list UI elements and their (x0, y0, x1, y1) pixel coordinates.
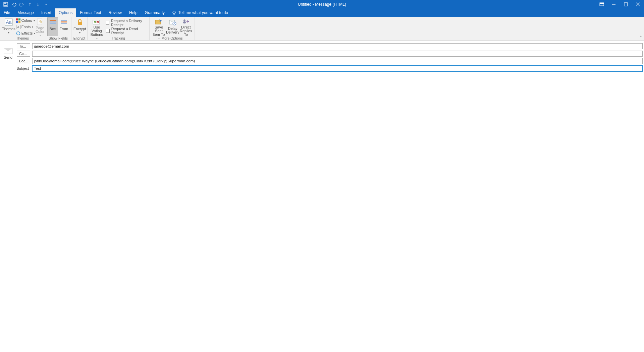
group-label-encrypt: Encrypt (71, 36, 87, 40)
svg-rect-12 (18, 18, 20, 20)
page-color-icon (35, 18, 45, 25)
redo-icon[interactable] (18, 1, 25, 8)
customize-qat-icon[interactable]: ▾ (42, 1, 50, 8)
subject-field[interactable]: Test (32, 65, 643, 71)
fonts-button[interactable]: A Fonts▾ (16, 24, 35, 30)
lightbulb-icon (172, 10, 176, 15)
fonts-icon: A (16, 25, 20, 29)
send-label: Send (4, 55, 12, 59)
message-body[interactable] (1, 72, 643, 351)
svg-point-15 (16, 32, 20, 35)
group-encrypt: Encrypt ▾ Encrypt (71, 17, 88, 40)
cc-field[interactable] (32, 51, 643, 57)
prev-item-icon[interactable] (26, 1, 34, 8)
tell-me-search[interactable]: Tell me what you want to do (168, 8, 231, 17)
themes-label: Themes (2, 27, 15, 31)
send-button[interactable]: Send (1, 44, 15, 63)
bcc-field[interactable]: johnDoe@email.com; Bruce Wayne (Bruce@Ba… (32, 58, 643, 64)
window-controls (596, 0, 644, 8)
chevron-down-icon: ▾ (8, 31, 9, 35)
svg-text:Aa: Aa (6, 19, 11, 25)
delivery-receipt-checkbox[interactable]: Request a Delivery Receipt (106, 19, 147, 26)
svg-rect-13 (16, 21, 18, 23)
svg-rect-8 (173, 14, 174, 15)
colors-button[interactable]: Colors▾ (16, 17, 35, 23)
maximize-icon[interactable] (620, 0, 632, 8)
cc-button[interactable]: Cc... (17, 51, 30, 57)
bcc-icon (48, 18, 57, 26)
to-button[interactable]: To... (17, 43, 30, 49)
tab-options[interactable]: Options (55, 8, 76, 17)
effects-button[interactable]: Effects▾ (16, 30, 35, 36)
ribbon-tab-strip: File Message Insert Options Format Text … (0, 8, 644, 17)
svg-rect-27 (155, 20, 161, 24)
from-button[interactable]: From (59, 17, 69, 36)
voting-button[interactable]: Use Voting Buttons ▾ (90, 17, 104, 36)
direct-replies-icon (181, 18, 191, 25)
svg-rect-31 (183, 21, 186, 23)
group-tracking: Use Voting Buttons ▾ Request a Delivery … (88, 17, 150, 40)
tab-format-text[interactable]: Format Text (76, 8, 105, 17)
tab-review[interactable]: Review (105, 8, 125, 17)
subject-label: Subject (17, 65, 30, 71)
save-sent-icon (154, 18, 163, 25)
group-show-fields: Bcc From Show Fields (45, 17, 71, 40)
save-icon[interactable] (2, 1, 9, 8)
undo-icon[interactable] (10, 1, 17, 8)
group-label-show-fields: Show Fields (45, 36, 71, 40)
encrypt-button[interactable]: Encrypt ▾ (73, 17, 86, 36)
themes-icon: Aa (4, 18, 13, 26)
checkbox-icon (106, 29, 110, 33)
send-icon (4, 48, 12, 54)
tab-insert[interactable]: Insert (38, 8, 55, 17)
svg-rect-14 (18, 21, 20, 23)
text-cursor (41, 66, 41, 71)
title-bar: ▾ Untitled - Message (HTML) (0, 0, 644, 8)
delay-delivery-icon (168, 18, 177, 26)
themes-button[interactable]: Aa Themes ▾ (2, 17, 15, 36)
tab-message[interactable]: Message (14, 8, 38, 17)
save-sent-button[interactable]: Save Sent Item To ▾ (152, 17, 166, 36)
svg-rect-11 (16, 18, 18, 20)
bcc-button[interactable]: Bcc (47, 17, 58, 36)
group-label-themes: Themes (0, 36, 45, 40)
svg-rect-21 (61, 21, 67, 22)
lock-icon (75, 18, 85, 26)
effects-icon (16, 31, 20, 36)
svg-point-7 (173, 11, 175, 14)
svg-rect-19 (50, 23, 56, 24)
to-field[interactable]: janedoe@email.com (32, 43, 643, 49)
svg-rect-6 (624, 3, 628, 6)
svg-rect-22 (61, 23, 67, 24)
svg-rect-23 (78, 22, 82, 25)
svg-rect-2 (4, 5, 7, 6)
direct-replies-button[interactable]: Direct Replies To (179, 17, 193, 36)
collapse-ribbon-icon[interactable]: ˄ (640, 35, 642, 40)
tab-grammarly[interactable]: Grammarly (141, 8, 168, 17)
group-themes: Aa Themes ▾ Colors▾ A Fonts▾ Effects▾ (0, 17, 45, 40)
tab-file[interactable]: File (0, 8, 14, 17)
window-title: Untitled - Message (HTML) (298, 2, 346, 7)
voting-icon (92, 18, 101, 25)
read-receipt-checkbox[interactable]: Request a Read Receipt (106, 27, 147, 34)
svg-point-30 (183, 19, 185, 21)
minimize-icon[interactable] (608, 0, 620, 8)
bcc-button[interactable]: Bcc... (17, 58, 30, 64)
group-label-more-options: More Options (150, 36, 195, 40)
checkbox-icon (106, 21, 109, 25)
ribbon-display-icon[interactable] (596, 0, 608, 8)
tell-me-label: Tell me what you want to do (178, 10, 228, 15)
colors-icon (16, 18, 20, 23)
svg-rect-4 (600, 3, 604, 4)
quick-access-toolbar: ▾ (0, 1, 50, 8)
tab-help[interactable]: Help (125, 8, 141, 17)
page-color-button[interactable]: Page Color ▾ (35, 17, 45, 36)
svg-rect-1 (4, 2, 6, 4)
page-color-label: Page Color (35, 26, 45, 34)
close-icon[interactable] (632, 0, 644, 8)
group-label-tracking: Tracking (88, 36, 149, 40)
next-item-icon[interactable] (34, 1, 42, 8)
svg-rect-20 (61, 20, 67, 21)
delay-delivery-button[interactable]: Delay Delivery (166, 17, 179, 36)
message-header: Send To... janedoe@email.com Cc... Bcc..… (0, 41, 644, 73)
